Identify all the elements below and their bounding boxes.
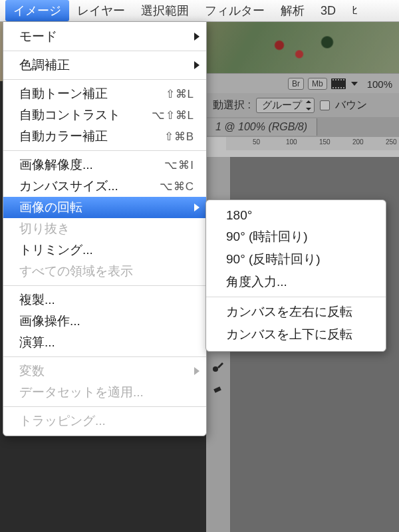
bridge-badge[interactable]: Br	[288, 78, 304, 90]
document-tab[interactable]: 1 @ 100% (RGB/8)	[206, 118, 317, 136]
menu-filter[interactable]: フィルター	[197, 0, 273, 21]
zoom-readout: 100%	[367, 78, 392, 90]
menu-item-label: 自動トーン補正	[19, 85, 108, 102]
image-menu-dropdown: モード 色調補正 自動トーン補正⇧⌘L 自動コントラスト⌥⇧⌘L 自動カラー補正…	[3, 21, 207, 436]
ruler-mark: 100	[286, 138, 297, 146]
menu-item-label: 複製...	[19, 291, 55, 309]
menu-layer[interactable]: レイヤー	[69, 0, 133, 21]
menu-item-label: データセットを適用...	[19, 384, 144, 401]
menu-separator	[3, 150, 206, 151]
menu-shortcut: ⇧⌘B	[164, 130, 194, 144]
menu-item-label: 画像の回転	[19, 199, 82, 216]
menu-trim[interactable]: トリミング...	[3, 239, 206, 261]
options-bar: 動選択 : グループ バウン	[206, 93, 399, 118]
menu-cut[interactable]: ﾋ	[344, 1, 366, 21]
menu-trap: トラッピング...	[3, 410, 206, 432]
menu-item-label: カンバスサイズ...	[19, 178, 118, 195]
menu-auto-tone[interactable]: 自動トーン補正⇧⌘L	[3, 83, 206, 104]
ruler-mark: 200	[352, 138, 364, 146]
menu-item-label: 色調補正	[19, 57, 70, 74]
menu-separator	[3, 51, 206, 51]
menu-apply-image[interactable]: 画像操作...	[3, 311, 206, 332]
menu-3d[interactable]: 3D	[313, 1, 344, 21]
menu-auto-color[interactable]: 自動カラー補正⇧⌘B	[3, 126, 206, 147]
menu-item-label: 切り抜き	[19, 220, 70, 237]
auto-select-dropdown[interactable]: グループ	[256, 98, 315, 113]
menu-mode[interactable]: モード	[3, 26, 206, 47]
image-rotation-submenu: 180° 90° (時計回り) 90° (反時計回り) 角度入力... カンバス…	[205, 200, 386, 352]
document-tab-bar: 1 @ 100% (RGB/8)	[206, 117, 399, 138]
ruler-mark: 150	[319, 138, 331, 146]
rotate-90-cw[interactable]: 90° (時計回り)	[206, 225, 386, 248]
flip-vertical[interactable]: カンバスを上下に反転	[206, 323, 386, 346]
menu-bar: イメージ レイヤー 選択範囲 フィルター 解析 3D ﾋ	[0, 0, 399, 22]
menu-item-label: 画像操作...	[19, 313, 80, 330]
menu-item-label: 自動カラー補正	[19, 128, 108, 145]
menu-reveal-all: すべての領域を表示	[3, 261, 206, 282]
menu-shortcut: ⌥⌘I	[164, 158, 194, 172]
flip-horizontal[interactable]: カンバスを左右に反転	[206, 301, 386, 323]
menu-apply-dataset: データセットを適用...	[3, 382, 206, 403]
menu-item-label: トラッピング...	[19, 412, 106, 430]
menu-separator	[3, 285, 206, 286]
menu-variables: 変数	[3, 360, 206, 382]
menu-item-label: 自動コントラスト	[19, 106, 120, 124]
menu-shortcut: ⇧⌘L	[166, 87, 194, 101]
menu-auto-contrast[interactable]: 自動コントラスト⌥⇧⌘L	[3, 104, 206, 126]
chevron-down-icon	[351, 82, 358, 86]
menu-item-label: 画像解像度...	[19, 156, 93, 174]
menu-item-label: すべての領域を表示	[19, 263, 133, 280]
menu-separator	[206, 297, 386, 297]
menu-image[interactable]: イメージ	[5, 0, 69, 21]
menu-item-label: トリミング...	[19, 241, 93, 259]
menu-calculations[interactable]: 演算...	[3, 332, 206, 353]
menu-canvas-size[interactable]: カンバスサイズ...⌥⌘C	[3, 176, 206, 197]
menu-separator	[3, 356, 206, 357]
menu-item-label: モード	[19, 28, 57, 45]
svg-rect-1	[213, 386, 221, 393]
menu-separator	[3, 406, 206, 407]
mb-badge[interactable]: Mb	[308, 78, 327, 90]
menu-separator	[3, 79, 206, 80]
bounding-box-checkbox[interactable]	[320, 100, 330, 110]
app-info-bar: Br Mb 100%	[206, 73, 399, 94]
ruler-area: 50 100 150 200 250 300	[206, 137, 399, 158]
rotate-180[interactable]: 180°	[206, 205, 386, 225]
auto-select-label: 動選択 :	[213, 98, 251, 112]
svg-point-0	[213, 366, 218, 372]
eraser-icon[interactable]	[209, 380, 227, 395]
bounding-box-label: バウン	[335, 98, 367, 112]
menu-select[interactable]: 選択範囲	[133, 0, 197, 21]
rotate-90-ccw[interactable]: 90° (反時計回り)	[206, 248, 386, 271]
mixer-brush-icon[interactable]	[209, 359, 227, 374]
menu-item-label: 変数	[19, 362, 45, 380]
menu-adjustments[interactable]: 色調補正	[3, 55, 206, 76]
horizontal-ruler: 50 100 150 200 250 300	[226, 137, 399, 150]
menu-crop: 切り抜き	[3, 218, 206, 239]
menu-item-label: 演算...	[19, 334, 55, 351]
menu-analysis[interactable]: 解析	[273, 0, 313, 21]
menu-image-rotation[interactable]: 画像の回転	[3, 197, 206, 218]
menu-image-size[interactable]: 画像解像度...⌥⌘I	[3, 154, 206, 176]
ruler-mark: 50	[253, 138, 260, 146]
menu-shortcut: ⌥⌘C	[160, 180, 194, 194]
rotate-arbitrary[interactable]: 角度入力...	[206, 271, 386, 293]
filmstrip-icon[interactable]	[331, 78, 346, 89]
menu-shortcut: ⌥⇧⌘L	[152, 108, 194, 122]
ruler-mark: 250	[386, 138, 397, 146]
menu-duplicate[interactable]: 複製...	[3, 289, 206, 311]
